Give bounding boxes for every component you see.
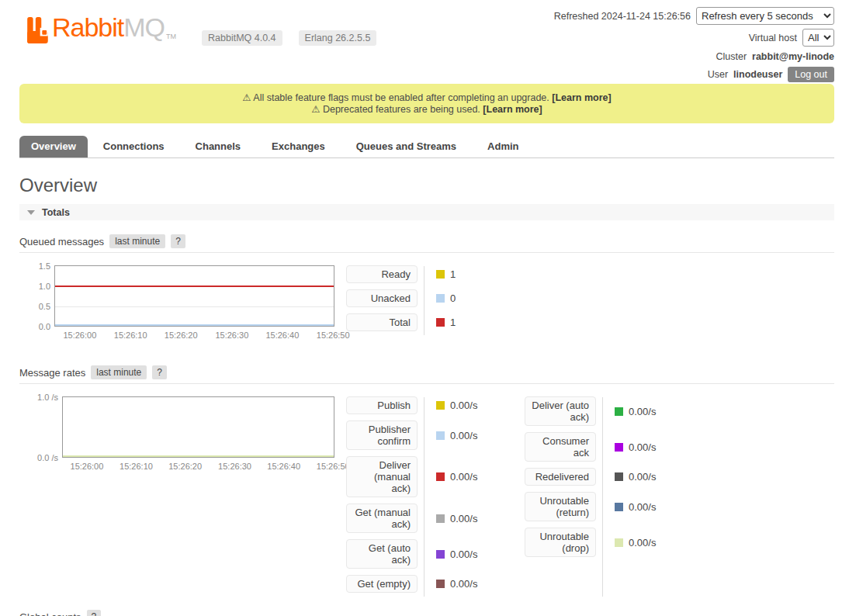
get-empty-swatch [436,580,445,588]
queued-messages-legend: Ready 1 Unacked 0 Total 1 [346,265,456,337]
queued-range-badge[interactable]: last minute [109,234,165,248]
legend-row-deliver-auto-ack: Deliver (auto ack) 0.00/s [525,396,691,426]
publish-value: 0.00/s [450,400,477,411]
legend-divider [424,266,424,335]
totals-section-toggle[interactable]: Totals [19,204,834,220]
deprecated-features-learn-more-link[interactable]: [Learn more] [483,104,542,115]
erlang-version-badge: Erlang 26.2.5.5 [299,30,377,46]
tab-queues-and-streams[interactable]: Queues and Streams [341,136,472,157]
consumer-ack-label: Consumer ack [525,432,596,462]
legend-divider [602,397,603,597]
legend-row-ready: Ready 1 [346,265,456,283]
queued-messages-chart-row: 1.5 1.0 0.5 0.0 15:26:00 15:26:10 15:26:… [19,265,834,344]
global-counts-header: Global counts ? [19,610,834,616]
rates-help-button[interactable]: ? [152,365,167,379]
publisher-confirm-label: Publisher confirm [346,420,418,450]
gridline-0-5 [55,306,334,307]
deprecated-features-warning-text: ⚠ Deprecated features are being used. [311,104,480,115]
user-label: User [708,69,728,80]
legend-row-publish: Publish 0.00/s [346,396,512,414]
queued-xtick-3: 15:26:30 [215,330,248,340]
unacked-value: 0 [450,292,456,304]
cluster-name: rabbit@my-linode [752,51,834,62]
unroutable-drop-value: 0.00/s [629,537,656,549]
tab-connections[interactable]: Connections [88,136,180,157]
legend-row-redelivered: Redelivered 0.00/s [525,468,691,486]
redelivered-value: 0.00/s [629,471,656,483]
get-auto-ack-value: 0.00/s [450,549,477,560]
rates-xtick-5: 15:26:50 [317,462,350,471]
redelivered-swatch [615,472,623,481]
refresh-interval-select[interactable]: Refresh every 5 seconds [696,7,834,25]
deliver-auto-ack-value: 0.00/s [629,406,656,417]
feature-flags-warning: ⚠ All stable feature flags must be enabl… [19,92,834,104]
message-rates-header: Message rates last minute ? [19,365,834,384]
rates-x-axis: 15:26:00 15:26:10 15:26:20 15:26:30 15:2… [62,462,334,472]
publisher-confirm-value: 0.00/s [450,430,477,441]
unroutable-drop-label: Unroutable (drop) [525,528,596,557]
rates-ytick-bottom: 0.0 /s [19,453,58,462]
tab-channels[interactable]: Channels [180,136,257,157]
get-auto-ack-swatch [436,550,445,559]
user-name: linodeuser [733,69,782,80]
rates-xtick-4: 15:26:40 [267,462,300,471]
tab-admin[interactable]: Admin [472,136,534,157]
get-empty-value: 0.00/s [450,578,477,590]
rates-plot-area [62,396,334,458]
header: RabbitMQ TM RabbitMQ 4.0.4 Erlang 26.2.5… [0,0,849,84]
deliver-manual-ack-swatch [436,472,445,481]
brand-text: RabbitMQ [52,12,165,42]
logout-button[interactable]: Log out [788,67,834,82]
global-counts-help-button[interactable]: ? [87,610,102,616]
legend-row-get-empty: Get (empty) 0.00/s [346,575,512,593]
legend-row-unroutable-drop: Unroutable (drop) 0.00/s [525,528,691,557]
unroutable-return-value: 0.00/s [629,501,656,513]
queued-xtick-0: 15:26:00 [63,330,96,340]
total-series-line [55,286,334,287]
get-empty-label: Get (empty) [346,575,418,593]
total-label: Total [346,313,418,331]
ready-label: Ready [346,265,418,283]
main-nav-tabs: Overview Connections Channels Exchanges … [19,136,834,158]
rates-xtick-2: 15:26:20 [168,462,202,471]
get-manual-ack-label: Get (manual ack) [346,504,418,533]
tab-exchanges[interactable]: Exchanges [256,136,341,157]
consumer-ack-swatch [615,443,623,452]
queued-x-axis: 15:26:00 15:26:10 15:26:20 15:26:30 15:2… [54,330,334,341]
rates-ytick-top: 1.0 /s [19,393,58,402]
legend-row-get-auto-ack: Get (auto ack) 0.00/s [346,539,512,569]
message-rates-title: Message rates [19,367,85,379]
rates-range-badge[interactable]: last minute [91,365,147,379]
queued-plot-area [54,265,334,327]
consumer-ack-value: 0.00/s [629,441,656,453]
publish-swatch [436,401,445,410]
page-title: Overview [19,175,849,196]
rates-xtick-1: 15:26:10 [120,462,153,471]
queued-ytick-0-5: 0.5 [12,302,50,311]
queued-ytick-1-5: 1.5 [12,261,50,271]
publisher-confirm-swatch [436,431,445,440]
rates-xtick-3: 15:26:30 [218,462,251,471]
queued-messages-chart: 1.5 1.0 0.5 0.0 15:26:00 15:26:10 15:26:… [19,265,334,344]
queued-ytick-0-0: 0.0 [12,322,50,331]
tab-overview[interactable]: Overview [19,136,88,157]
unroutable-return-label: Unroutable (return) [525,492,596,521]
collapse-caret-icon [27,210,35,215]
total-value: 1 [450,317,456,328]
global-counts-title: Global counts [19,611,81,616]
deliver-auto-ack-label: Deliver (auto ack) [525,396,596,426]
unacked-swatch [436,294,445,303]
queued-xtick-2: 15:26:20 [165,330,198,340]
refreshed-timestamp: Refreshed 2024-11-24 15:26:56 [554,11,691,22]
virtual-host-select[interactable]: All [802,29,834,47]
queued-ytick-1-0: 1.0 [12,282,50,291]
get-manual-ack-value: 0.00/s [450,513,477,524]
rates-legend-left-column: Publish 0.00/s Publisher confirm 0.00/s … [346,396,512,599]
ready-value: 1 [450,268,456,280]
deliver-manual-ack-label: Deliver (manual ack) [346,456,418,497]
ready-swatch [436,270,445,279]
feature-flags-warning-text: ⚠ All stable feature flags must be enabl… [242,92,549,103]
deliver-auto-ack-swatch [615,407,623,416]
queued-help-button[interactable]: ? [171,234,185,248]
feature-flags-learn-more-link[interactable]: [Learn more] [552,92,611,103]
